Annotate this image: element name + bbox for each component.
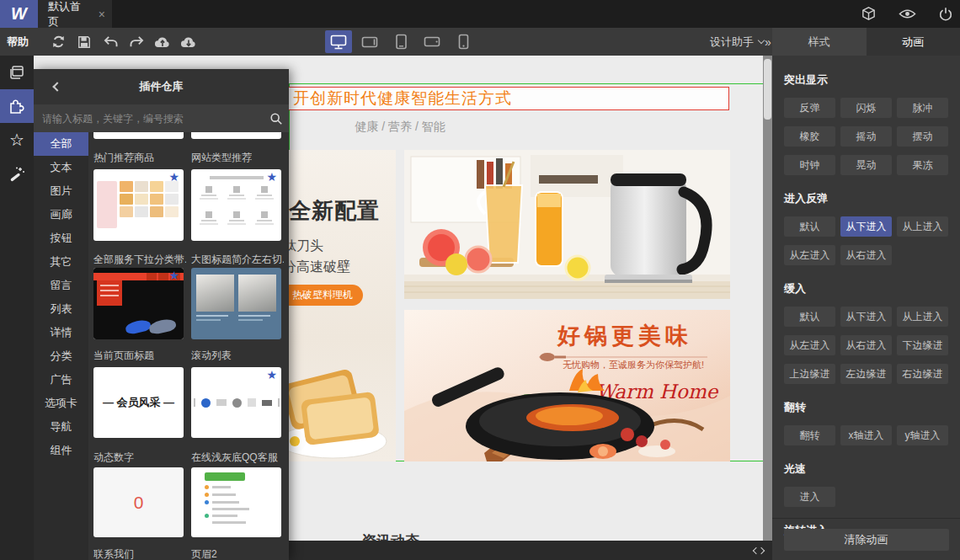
design-assistant-dropdown[interactable]: 设计助手 [710, 28, 764, 56]
star-icon: ☆ [9, 131, 24, 148]
anim-button[interactable]: 默认 [784, 307, 835, 327]
category-image[interactable]: 图片 [34, 179, 88, 203]
anim-button[interactable]: 从上进入 [897, 216, 948, 237]
undo-icon[interactable] [101, 33, 120, 51]
anim-button[interactable]: 晃动 [840, 155, 892, 175]
device-desktop-button[interactable] [325, 30, 352, 53]
category-gallery[interactable]: 画廊 [34, 203, 88, 227]
code-view-icon[interactable] [754, 548, 764, 553]
device-tablet-landscape-button[interactable] [356, 30, 383, 53]
anim-button[interactable]: 左边缘进 [840, 364, 892, 384]
plugin-card-partial[interactable] [93, 132, 184, 139]
clear-animation-button[interactable]: 清除动画 [784, 529, 949, 551]
favorite-star-icon: ★ [266, 171, 277, 183]
device-tablet-portrait-button[interactable] [387, 30, 414, 53]
tab-style[interactable]: 样式 [772, 28, 867, 56]
plugin-card-site-types[interactable]: ★ [191, 169, 281, 241]
pages-icon [8, 64, 25, 81]
anim-button[interactable]: 从左进入 [784, 335, 835, 355]
category-tabs[interactable]: 选项卡 [34, 392, 88, 415]
cloud-upload-icon[interactable] [153, 33, 172, 51]
search-icon[interactable] [264, 106, 289, 131]
plugin-card-big-image-intro[interactable] [191, 268, 281, 339]
plugin-label: 全部服务下拉分类带... [93, 253, 186, 267]
section-ease-in: 缓入 默认 从下进入 从上进入 从左进入 从右进入 下边缘进 上边缘进 左边缘进… [784, 281, 948, 384]
anim-button[interactable]: 果冻 [897, 155, 948, 175]
banner-headline: 全新配置 [289, 196, 380, 226]
sidebar-item-pages[interactable] [0, 56, 34, 89]
plugin-card-partial[interactable] [191, 132, 281, 139]
category-detail[interactable]: 详情 [34, 321, 88, 344]
power-icon[interactable] [938, 7, 953, 22]
app-logo[interactable]: W [0, 0, 38, 28]
anim-button[interactable]: 时钟 [784, 155, 835, 175]
canvas-subtitle[interactable]: 健康 / 营养 / 智能 [324, 120, 476, 135]
refresh-icon[interactable] [49, 33, 67, 51]
plugin-card-services-dropdown[interactable]: ★ [93, 268, 184, 339]
category-all[interactable]: 全部 [34, 132, 88, 156]
wok-photo[interactable]: 好锅更美味 无忧购物，至诚服务为你保驾护航! Warm Home [404, 310, 730, 461]
expand-panel-button[interactable]: » [765, 28, 771, 56]
category-ad[interactable]: 广告 [34, 368, 88, 392]
plugin-card-dynamic-number[interactable]: 0 [93, 467, 184, 537]
category-button[interactable]: 按钮 [34, 227, 88, 250]
product-banner[interactable]: 全新配置 钛刀头 分高速破壁 热破壁料理机 [289, 150, 396, 461]
anim-button[interactable]: 上边缘进 [784, 364, 835, 384]
anim-button[interactable]: x轴进入 [840, 425, 892, 445]
plugin-library-panel: 插件仓库 全部 文本 图片 画廊 按钮 其它 留言 列表 详情 分类 广告 选项… [34, 69, 289, 560]
anim-button[interactable]: 摇动 [840, 126, 892, 147]
sidebar-item-design-tools[interactable] [0, 157, 34, 190]
preview-eye-icon[interactable] [899, 8, 916, 20]
anim-button[interactable]: 摆动 [897, 126, 948, 147]
anim-button[interactable]: 从下进入 [840, 307, 892, 327]
anim-button[interactable]: 从右进入 [840, 245, 892, 265]
search-input[interactable] [34, 113, 264, 125]
section-lightspeed: 光速 进入 [784, 461, 948, 507]
section-title: 翻转 [784, 400, 948, 415]
anim-button[interactable]: 从左进入 [784, 245, 835, 265]
plugin-card-hot-products[interactable]: ★ [93, 169, 184, 241]
plugin-label: 动态数字 [93, 451, 134, 465]
device-phone-landscape-button[interactable] [419, 30, 445, 53]
anim-button[interactable]: y轴进入 [897, 425, 948, 445]
page-tab[interactable]: 默认首页 × [38, 0, 112, 28]
tab-animation[interactable]: 动画 [867, 28, 960, 56]
anim-button[interactable]: 从右进入 [840, 335, 892, 355]
anim-button[interactable]: 反弹 [784, 98, 835, 118]
save-icon[interactable] [75, 33, 93, 51]
anim-button[interactable]: 闪烁 [840, 98, 892, 118]
canvas-scrollbar-thumb[interactable] [764, 59, 771, 120]
sidebar-item-favorites[interactable]: ☆ [0, 123, 34, 157]
category-message[interactable]: 留言 [34, 274, 88, 297]
canvas-title-element[interactable]: 开创新时代健康智能生活方式 [287, 87, 729, 110]
anim-button[interactable]: 脉冲 [897, 98, 948, 118]
cloud-download-icon[interactable] [179, 33, 198, 51]
anim-button[interactable]: 进入 [784, 487, 835, 507]
sidebar-item-plugins[interactable] [0, 89, 34, 123]
anim-button[interactable]: 橡胶 [784, 126, 835, 147]
anim-button-selected[interactable]: 从下进入 [840, 216, 892, 237]
anim-button[interactable]: 右边缘进 [897, 364, 948, 384]
device-phone-portrait-button[interactable] [450, 30, 477, 53]
anim-button[interactable]: 下边缘进 [897, 335, 948, 355]
redo-icon[interactable] [127, 33, 146, 51]
anim-button[interactable]: 默认 [784, 216, 835, 237]
anim-button[interactable]: 翻转 [784, 425, 835, 445]
category-list[interactable]: 列表 [34, 297, 88, 321]
help-button[interactable]: 帮助 [7, 28, 29, 56]
plugin-card-page-title[interactable]: — 会员风采 — [93, 367, 184, 438]
canvas-scrollbar[interactable] [763, 56, 772, 541]
plugin-card-qq-service[interactable] [191, 467, 281, 537]
back-chevron-icon[interactable] [49, 78, 66, 95]
anim-button[interactable]: 从上进入 [897, 307, 948, 327]
category-component[interactable]: 组件 [34, 439, 88, 462]
components-cube-icon[interactable] [861, 6, 877, 22]
category-text[interactable]: 文本 [34, 156, 88, 179]
plugin-card-scroll-list[interactable]: ★ [191, 367, 281, 438]
kettle-photo[interactable] [404, 150, 730, 299]
category-other[interactable]: 其它 [34, 250, 88, 274]
tab-close-icon[interactable]: × [99, 8, 105, 21]
category-classify[interactable]: 分类 [34, 344, 88, 368]
section-flip: 翻转 翻转 x轴进入 y轴进入 [784, 400, 948, 445]
category-nav[interactable]: 导航 [34, 415, 88, 439]
